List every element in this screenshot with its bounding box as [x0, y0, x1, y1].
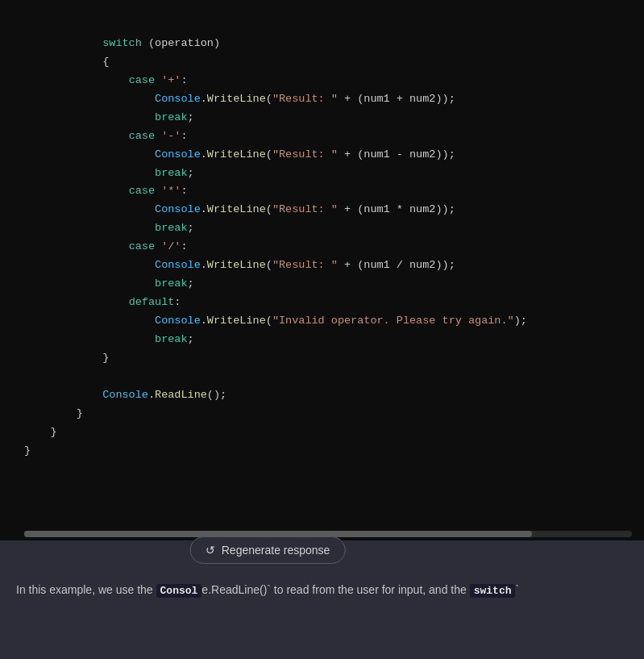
- bottom-description: In this example, we use the Console.Read…: [16, 581, 519, 600]
- code-container: switch (operation) { case '+': Console.W…: [0, 0, 644, 540]
- bottom-text-before: In this example, we use the: [16, 583, 156, 596]
- regenerate-label: Regenerate response: [222, 544, 330, 557]
- bottom-text-after: ser for input, and the: [363, 583, 469, 596]
- regenerate-icon: ↺: [206, 544, 215, 557]
- bottom-text-middle: e.ReadLine()` to read from the u: [202, 583, 363, 596]
- bottom-wrapper: ↺ Regenerate response In this example, w…: [16, 557, 519, 600]
- bottom-text-end: `: [515, 583, 519, 596]
- bottom-panel: ↺ Regenerate response In this example, w…: [0, 540, 644, 659]
- regenerate-button[interactable]: ↺ Regenerate response: [190, 536, 346, 564]
- inline-code-consol: Consol: [156, 584, 202, 598]
- inline-code-switch: switch: [470, 584, 516, 598]
- code-block: switch (operation) { case '+': Console.W…: [0, 16, 644, 478]
